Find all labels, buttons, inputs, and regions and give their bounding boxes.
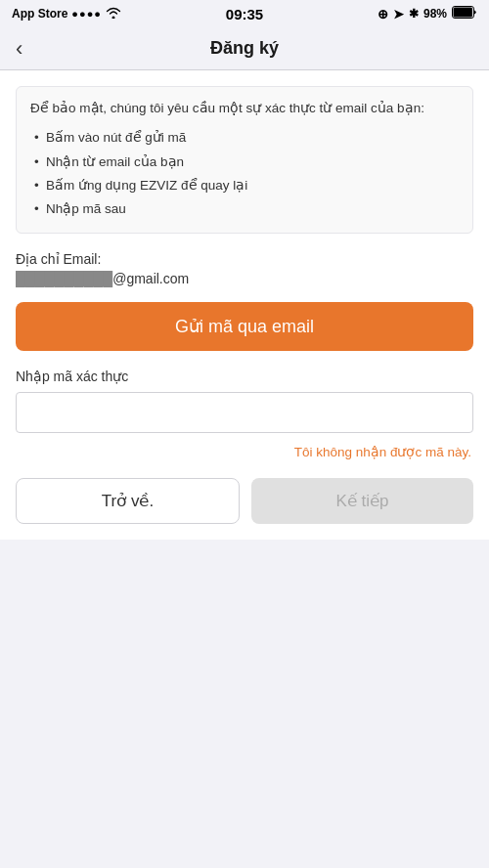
email-redacted: ██████████ xyxy=(16,271,112,286)
info-box: Để bảo mật, chúng tôi yêu cầu một sự xác… xyxy=(16,86,473,234)
back-button-footer[interactable]: Trở về. xyxy=(16,478,240,524)
code-input[interactable] xyxy=(16,392,473,433)
status-bar: App Store ●●●● 09:35 ⊕ ➤ ✱ 98% xyxy=(0,0,489,27)
back-button[interactable]: ‹ xyxy=(16,38,22,60)
next-button: Kế tiếp xyxy=(251,478,473,524)
page-title: Đăng ký xyxy=(210,38,279,59)
footer-buttons: Trở về. Kế tiếp xyxy=(16,478,473,524)
nav-icon: ➤ xyxy=(393,7,404,22)
signal-icon: ●●●● xyxy=(71,8,102,20)
page-background xyxy=(0,540,489,868)
resend-link[interactable]: Tôi không nhận được mã này. xyxy=(16,443,473,460)
svg-rect-1 xyxy=(454,8,473,18)
location-icon: ⊕ xyxy=(378,7,388,22)
step-3: Bấm ứng dụng EZVIZ để quay lại xyxy=(30,174,459,197)
bluetooth-icon: ✱ xyxy=(409,7,419,21)
battery-percent: 98% xyxy=(423,7,447,21)
nav-bar: ‹ Đăng ký xyxy=(0,27,489,70)
info-intro: Để bảo mật, chúng tôi yêu cầu một sự xác… xyxy=(30,99,459,118)
info-steps: Bấm vào nút để gửi mã Nhận từ email của … xyxy=(30,126,459,221)
email-section: Địa chỉ Email: ██████████@gmail.com xyxy=(16,251,473,286)
send-code-button[interactable]: Gửi mã qua email xyxy=(16,302,473,351)
resend-text[interactable]: Tôi không nhận được mã này. xyxy=(294,445,471,459)
status-time: 09:35 xyxy=(226,6,263,22)
step-2: Nhận từ email của bạn xyxy=(30,151,459,174)
battery-icon xyxy=(452,6,477,22)
status-right: ⊕ ➤ ✱ 98% xyxy=(378,6,477,22)
email-label: Địa chỉ Email: xyxy=(16,251,473,267)
app-store-label: App Store xyxy=(12,7,67,21)
email-suffix: @gmail.com xyxy=(112,271,189,286)
code-label: Nhập mã xác thực xyxy=(16,369,473,384)
status-left: App Store ●●●● xyxy=(12,7,121,22)
main-content: Để bảo mật, chúng tôi yêu cầu một sự xác… xyxy=(0,70,489,540)
wifi-icon xyxy=(106,7,121,22)
step-4: Nhập mã sau xyxy=(30,197,459,221)
email-value: ██████████@gmail.com xyxy=(16,271,473,286)
step-1: Bấm vào nút để gửi mã xyxy=(30,126,459,150)
